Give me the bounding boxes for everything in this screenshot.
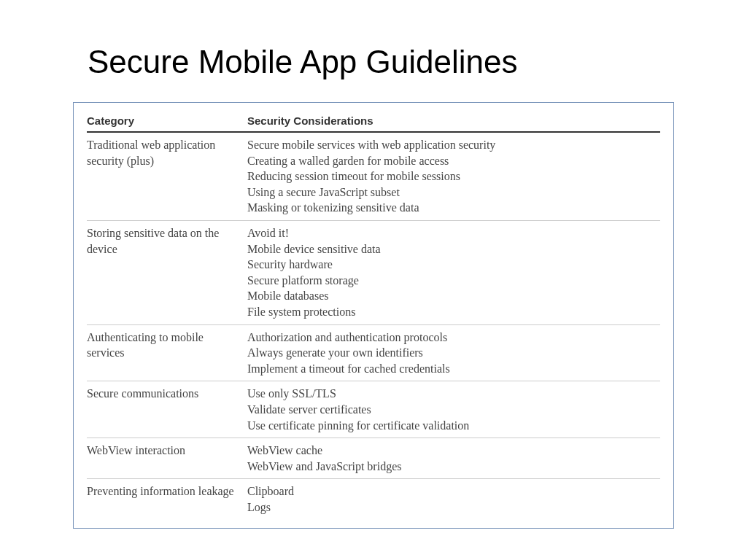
table-body: Traditional web application security (pl… <box>87 132 660 519</box>
header-considerations: Security Considerations <box>247 112 660 132</box>
consideration-item: Avoid it! <box>247 225 654 241</box>
header-category: Category <box>87 112 247 132</box>
considerations-cell: Secure mobile services with web applicat… <box>247 132 660 220</box>
category-cell: WebView interaction <box>87 438 247 479</box>
table-row: Secure communicationsUse only SSL/TLSVal… <box>87 381 660 438</box>
consideration-item: Use certificate pinning for certificate … <box>247 418 654 434</box>
consideration-item: Always generate your own identifiers <box>247 345 654 361</box>
category-cell: Traditional web application security (pl… <box>87 132 247 220</box>
consideration-item: File system protections <box>247 304 654 320</box>
table-row: Storing sensitive data on the deviceAvoi… <box>87 220 660 324</box>
consideration-item: Mobile databases <box>247 288 654 304</box>
consideration-item: WebView and JavaScript bridges <box>247 459 654 475</box>
considerations-cell: ClipboardLogs <box>247 479 660 520</box>
consideration-item: Secure platform storage <box>247 273 654 289</box>
consideration-item: Validate server certificates <box>247 402 654 418</box>
considerations-cell: Avoid it!Mobile device sensitive dataSec… <box>247 220 660 324</box>
guidelines-table: Category Security Considerations Traditi… <box>87 112 660 519</box>
category-cell: Preventing information leakage <box>87 479 247 520</box>
page-title: Secure Mobile App Guidelines <box>88 44 674 80</box>
considerations-cell: Use only SSL/TLSValidate server certific… <box>247 381 660 438</box>
consideration-item: Logs <box>247 499 654 516</box>
consideration-item: Security hardware <box>247 257 654 273</box>
consideration-item: Clipboard <box>247 483 654 499</box>
table-row: WebView interactionWebView cacheWebView … <box>87 438 660 479</box>
consideration-item: Mobile device sensitive data <box>247 241 654 257</box>
consideration-item: Creating a walled garden for mobile acce… <box>247 153 654 169</box>
category-cell: Storing sensitive data on the device <box>87 220 247 324</box>
consideration-item: WebView cache <box>247 443 654 459</box>
table-row: Traditional web application security (pl… <box>87 132 660 220</box>
guidelines-table-container: Category Security Considerations Traditi… <box>73 102 674 529</box>
consideration-item: Authorization and authentication protoco… <box>247 330 654 346</box>
category-cell: Authenticating to mobile services <box>87 324 247 381</box>
consideration-item: Use only SSL/TLS <box>247 386 654 402</box>
category-cell: Secure communications <box>87 381 247 438</box>
consideration-item: Using a secure JavaScript subset <box>247 184 654 201</box>
consideration-item: Reducing session timeout for mobile sess… <box>247 168 654 184</box>
consideration-item: Implement a timeout for cached credentia… <box>247 361 654 377</box>
consideration-item: Masking or tokenizing sensitive data <box>247 200 654 216</box>
table-row: Preventing information leakageClipboardL… <box>87 479 660 520</box>
considerations-cell: WebView cacheWebView and JavaScript brid… <box>247 438 660 479</box>
considerations-cell: Authorization and authentication protoco… <box>247 324 660 381</box>
table-row: Authenticating to mobile servicesAuthori… <box>87 324 660 381</box>
consideration-item: Secure mobile services with web applicat… <box>247 137 654 153</box>
